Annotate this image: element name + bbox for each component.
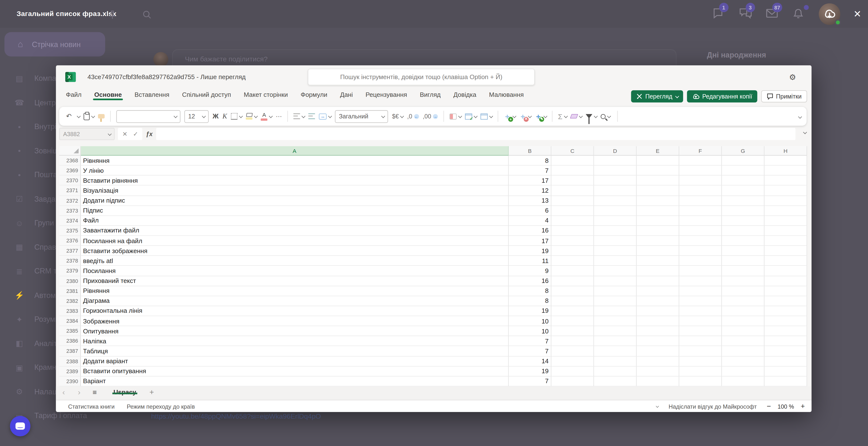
comments-button[interactable]: Примітки (761, 90, 807, 102)
cell-b[interactable]: 7 (509, 166, 551, 176)
sheet-tab-uspacy[interactable]: Uspacy (108, 387, 142, 395)
insert-function-icon[interactable]: ƒx (146, 131, 153, 137)
cell-empty[interactable] (594, 196, 637, 206)
cell-a[interactable]: Вставити опитування (81, 366, 509, 376)
cell-empty[interactable] (679, 286, 722, 296)
cell-empty[interactable] (722, 206, 765, 216)
cell-a[interactable]: Візуалізація (81, 186, 509, 196)
find-button[interactable] (601, 114, 610, 119)
cell-empty[interactable] (551, 246, 594, 256)
cell-empty[interactable] (679, 326, 722, 336)
cell-b[interactable]: 14 (509, 356, 551, 366)
cell-empty[interactable] (722, 276, 765, 286)
cell-empty[interactable] (551, 296, 594, 306)
cell-empty[interactable] (765, 186, 807, 196)
row-header[interactable]: 2386 (59, 336, 81, 346)
formula-input[interactable] (156, 128, 796, 140)
cell-styles-button[interactable] (480, 113, 492, 119)
tell-me-search-box[interactable]: Пошук інструментів, довідки тощо (клавіш… (308, 69, 535, 85)
cell-empty[interactable] (551, 306, 594, 316)
cell-empty[interactable] (765, 346, 807, 356)
ribbon-tab[interactable]: Основне (94, 89, 122, 98)
cell-b[interactable]: 8 (509, 296, 551, 306)
collapse-ribbon-chevron-icon[interactable] (798, 115, 802, 119)
conditional-formatting-button[interactable] (450, 113, 461, 119)
cell-empty[interactable] (551, 336, 594, 346)
cell-empty[interactable] (765, 366, 807, 376)
cell-empty[interactable] (551, 155, 594, 166)
cell-empty[interactable] (679, 246, 722, 256)
cell-b[interactable]: 7 (509, 336, 551, 346)
cell-empty[interactable] (551, 356, 594, 366)
expand-formula-bar-chevron-icon[interactable] (803, 130, 807, 134)
cell-empty[interactable] (637, 266, 679, 276)
cell-empty[interactable] (722, 326, 765, 336)
cell-empty[interactable] (765, 176, 807, 186)
add-sheet-icon[interactable]: + (142, 387, 154, 396)
row-header[interactable]: 2368 (59, 155, 81, 166)
zoom-in-button[interactable]: + (801, 402, 805, 410)
cell-empty[interactable] (679, 166, 722, 176)
cell-empty[interactable] (765, 376, 807, 386)
merge-cells-button[interactable]: ↔ (319, 113, 331, 119)
cell-empty[interactable] (722, 286, 765, 296)
column-header[interactable]: C (551, 146, 594, 155)
zoom-out-button[interactable]: − (767, 402, 771, 410)
row-header[interactable]: 2372 (59, 196, 81, 206)
row-header[interactable]: 2384 (59, 316, 81, 326)
sort-filter-button[interactable] (586, 114, 597, 118)
cell-empty[interactable] (722, 155, 765, 166)
cell-empty[interactable] (679, 336, 722, 346)
cell-a[interactable]: Наліпка (81, 336, 509, 346)
format-cells-button[interactable]: +✎ (535, 113, 546, 120)
cell-empty[interactable] (551, 346, 594, 356)
cell-empty[interactable] (594, 336, 637, 346)
cell-b[interactable]: 12 (509, 186, 551, 196)
cell-empty[interactable] (637, 366, 679, 376)
cell-empty[interactable] (551, 366, 594, 376)
bold-button[interactable]: Ж (213, 112, 219, 120)
cancel-entry-icon[interactable]: ✕ (122, 130, 127, 138)
cell-empty[interactable] (551, 266, 594, 276)
ribbon-tab[interactable]: Формули (301, 89, 327, 98)
borders-button[interactable] (231, 113, 242, 120)
cell-empty[interactable] (637, 246, 679, 256)
row-header[interactable]: 2381 (59, 286, 81, 296)
column-header[interactable]: D (594, 146, 637, 155)
row-header[interactable]: 2377 (59, 246, 81, 256)
ribbon-tab[interactable]: Малювання (489, 89, 524, 98)
row-header[interactable]: 2382 (59, 296, 81, 306)
prev-sheet-chevron-icon[interactable]: ‹ (56, 387, 71, 396)
cell-empty[interactable] (765, 206, 807, 216)
cell-empty[interactable] (551, 286, 594, 296)
cell-a[interactable]: Підпис (81, 206, 509, 216)
name-box[interactable]: A3882 (59, 128, 115, 140)
cell-b[interactable]: 19 (509, 246, 551, 256)
cell-empty[interactable] (551, 326, 594, 336)
cell-b[interactable]: 16 (509, 276, 551, 286)
more-formatting-button[interactable]: ⋯ (276, 113, 282, 120)
cell-empty[interactable] (722, 266, 765, 276)
cell-empty[interactable] (637, 346, 679, 356)
cell-empty[interactable] (594, 306, 637, 316)
close-icon[interactable]: ✕ (854, 9, 862, 19)
cell-b[interactable]: 13 (509, 196, 551, 206)
cell-empty[interactable] (722, 336, 765, 346)
cell-b[interactable]: 7 (509, 376, 551, 386)
book-statistics-button[interactable]: Статистика книги (68, 403, 115, 409)
cell-empty[interactable] (765, 246, 807, 256)
format-as-table-button[interactable]: ✓ (465, 113, 477, 119)
ribbon-tab[interactable]: Макет сторінки (244, 89, 288, 98)
cell-empty[interactable] (594, 186, 637, 196)
cell-a[interactable]: Вставити рівняння (81, 176, 509, 186)
cell-empty[interactable] (722, 246, 765, 256)
cell-empty[interactable] (637, 176, 679, 186)
format-painter-icon[interactable] (98, 114, 104, 118)
cell-empty[interactable] (637, 256, 679, 266)
cell-b[interactable]: 10 (509, 316, 551, 326)
cell-empty[interactable] (551, 226, 594, 236)
cell-empty[interactable] (679, 346, 722, 356)
cell-empty[interactable] (679, 376, 722, 386)
cell-a[interactable]: Додати варіант (81, 356, 509, 366)
cell-empty[interactable] (679, 366, 722, 376)
